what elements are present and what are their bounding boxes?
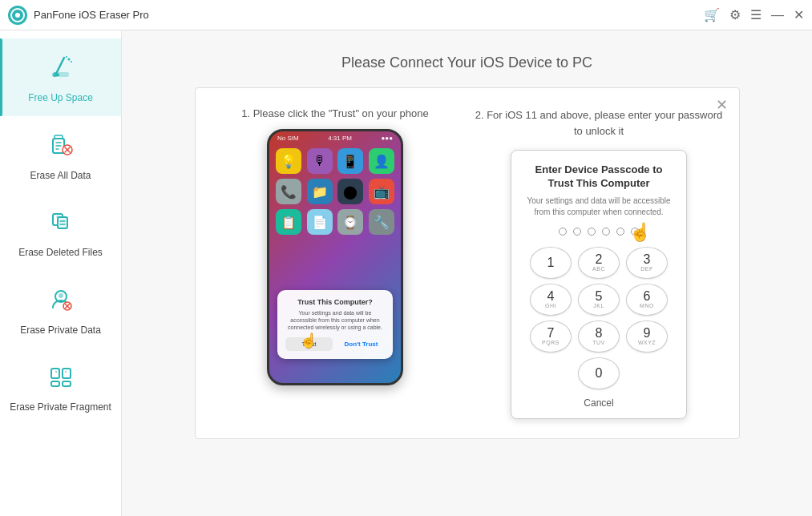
sidebar-item-label-erase-private-data: Erase Private Data	[20, 325, 101, 337]
phone-app-8: 📺	[369, 179, 394, 204]
phone-app-grid: 💡 🎙 📱 👤 📞 📁 ⬤ 📺 📋 📄 ⌚	[269, 145, 401, 238]
main-layout: Free Up Space Erase All Data	[0, 30, 812, 516]
svg-point-8	[66, 56, 67, 58]
passcode-cursor: ☝	[629, 222, 651, 243]
svg-rect-22	[56, 216, 60, 218]
numpad-key-5[interactable]: 5 JKL	[578, 284, 620, 316]
phone-app-1: 💡	[276, 148, 301, 174]
numpad-key-0[interactable]: 0	[578, 357, 620, 389]
modal-close-button[interactable]: ✕	[716, 98, 728, 112]
phone-app-6: 📁	[307, 179, 333, 204]
phone-app-3: 📱	[337, 148, 363, 174]
erase-private-fragment-icon	[46, 362, 75, 395]
numpad-key-7[interactable]: 7 PQRS	[530, 320, 572, 353]
modal-card: ✕ 1. Please click the "Trust" on your ph…	[195, 87, 740, 439]
modal-right-section: 2. For iOS 11 and above, please enter yo…	[475, 107, 723, 419]
passcode-dot-1	[559, 228, 567, 236]
passcode-dot-6: ☝	[631, 228, 639, 236]
svg-point-7	[67, 58, 70, 61]
page-title: Please Connect Your iOS Device to PC	[341, 54, 592, 71]
trust-dialog: Trust This Computer? Your settings and d…	[277, 290, 393, 359]
phone-screen: No SIM 4:31 PM ●●● 💡 🎙 📱 👤 📞 📁	[269, 131, 401, 383]
sidebar-item-label-erase-deleted-files: Erase Deleted Files	[18, 247, 103, 260]
passcode-dot-4	[602, 228, 610, 236]
numpad-key-4[interactable]: 4 GHI	[530, 284, 572, 316]
dont-trust-button[interactable]: Don't Trust	[337, 337, 385, 351]
passcode-dot-5	[616, 228, 624, 236]
numpad-key-2[interactable]: 2 ABC	[578, 247, 620, 279]
numpad-row-1: 1 2 ABC 3 DEF	[530, 247, 668, 279]
erase-all-data-icon	[46, 131, 75, 163]
app-logo	[8, 6, 27, 25]
svg-rect-28	[51, 369, 59, 378]
phone-app-7: ⬤	[337, 179, 363, 204]
numpad-key-3[interactable]: 3 DEF	[626, 247, 668, 279]
svg-rect-19	[58, 217, 67, 228]
svg-rect-11	[55, 135, 63, 139]
title-bar: PanFone iOS Eraser Pro 🛒 ⚙ ☰ — ✕	[0, 0, 812, 30]
passcode-dialog: Enter Device Passcode to Trust This Comp…	[511, 150, 687, 419]
erase-deleted-files-icon	[46, 208, 75, 240]
svg-rect-30	[51, 381, 59, 386]
phone-app-5: 📞	[276, 179, 301, 204]
minimize-icon[interactable]: —	[771, 8, 784, 22]
passcode-dialog-subtitle: Your settings and data will be accessibl…	[526, 196, 672, 218]
settings-icon[interactable]: ⚙	[729, 7, 741, 22]
modal-left-section: 1. Please click the "Trust" on your phon…	[212, 107, 459, 419]
sidebar-item-label-erase-private-fragment: Erase Private Fragment	[10, 401, 111, 414]
numpad-row-4: 0	[578, 357, 620, 389]
phone-app-12: 🔧	[369, 209, 394, 235]
app-title: PanFone iOS Eraser Pro	[34, 9, 704, 21]
passcode-dialog-title: Enter Device Passcode to Trust This Comp…	[526, 163, 672, 191]
sidebar-item-erase-private-fragment[interactable]: Erase Private Fragment	[0, 348, 121, 425]
phone-app-11: ⌚	[337, 209, 363, 235]
phone-app-2: 🎙	[307, 148, 333, 174]
passcode-dot-2	[573, 228, 581, 236]
numpad-key-8[interactable]: 8 TUV	[578, 320, 620, 353]
trust-dialog-body: Your settings and data will be accessibl…	[285, 309, 385, 331]
trust-cursor-icon: ☝	[300, 332, 317, 349]
phone-app-4: 👤	[369, 148, 394, 174]
phone-status-bar: No SIM 4:31 PM ●●●	[269, 131, 401, 145]
numpad: 1 2 ABC 3 DEF	[526, 247, 672, 389]
cart-icon[interactable]: 🛒	[704, 7, 720, 22]
svg-point-2	[15, 13, 20, 18]
numpad-row-2: 4 GHI 5 JKL 6 MNO	[530, 284, 668, 316]
numpad-key-9[interactable]: 9 WXYZ	[626, 320, 668, 353]
phone-app-9: 📋	[276, 209, 301, 235]
svg-line-5	[56, 58, 64, 74]
window-controls: 🛒 ⚙ ☰ — ✕	[704, 7, 804, 22]
close-icon[interactable]: ✕	[794, 7, 804, 22]
passcode-cancel-button[interactable]: Cancel	[526, 397, 672, 409]
passcode-dots: ☝	[526, 228, 672, 236]
svg-point-9	[71, 61, 72, 62]
active-indicator	[0, 38, 2, 116]
sidebar-item-label-free-up-space: Free Up Space	[28, 92, 93, 105]
sidebar-item-free-up-space[interactable]: Free Up Space	[0, 38, 121, 116]
phone-mockup: No SIM 4:31 PM ●●● 💡 🎙 📱 👤 📞 📁	[267, 129, 403, 385]
passcode-dot-3	[588, 228, 596, 236]
step1-title: 1. Please click the "Trust" on your phon…	[241, 107, 428, 119]
sidebar-item-erase-deleted-files[interactable]: Erase Deleted Files	[0, 193, 121, 271]
phone-status-left: No SIM	[277, 135, 299, 142]
phone-status-right: ●●●	[382, 135, 394, 142]
phone-app-10: 📄	[307, 209, 333, 235]
trust-dialog-title: Trust This Computer?	[285, 298, 385, 306]
phone-status-time: 4:31 PM	[328, 135, 352, 142]
sidebar-item-label-erase-all-data: Erase All Data	[30, 170, 91, 183]
erase-private-data-icon	[46, 285, 75, 318]
numpad-key-1[interactable]: 1	[530, 247, 572, 279]
modal-body: 1. Please click the "Trust" on your phon…	[212, 107, 723, 419]
numpad-key-6[interactable]: 6 MNO	[626, 284, 668, 316]
svg-point-24	[59, 293, 63, 298]
menu-icon[interactable]: ☰	[750, 7, 762, 22]
svg-rect-31	[63, 381, 71, 386]
sidebar-item-erase-all-data[interactable]: Erase All Data	[0, 116, 121, 194]
content-area: Please Connect Your iOS Device to PC ✕ 1…	[122, 30, 812, 516]
numpad-row-3: 7 PQRS 8 TUV 9 WXYZ	[530, 320, 668, 353]
sidebar: Free Up Space Erase All Data	[0, 30, 122, 516]
svg-rect-29	[63, 369, 71, 378]
sidebar-item-erase-private-data[interactable]: Erase Private Data	[0, 271, 121, 349]
free-up-space-icon	[46, 53, 75, 86]
step2-title: 2. For iOS 11 and above, please enter yo…	[475, 107, 723, 139]
